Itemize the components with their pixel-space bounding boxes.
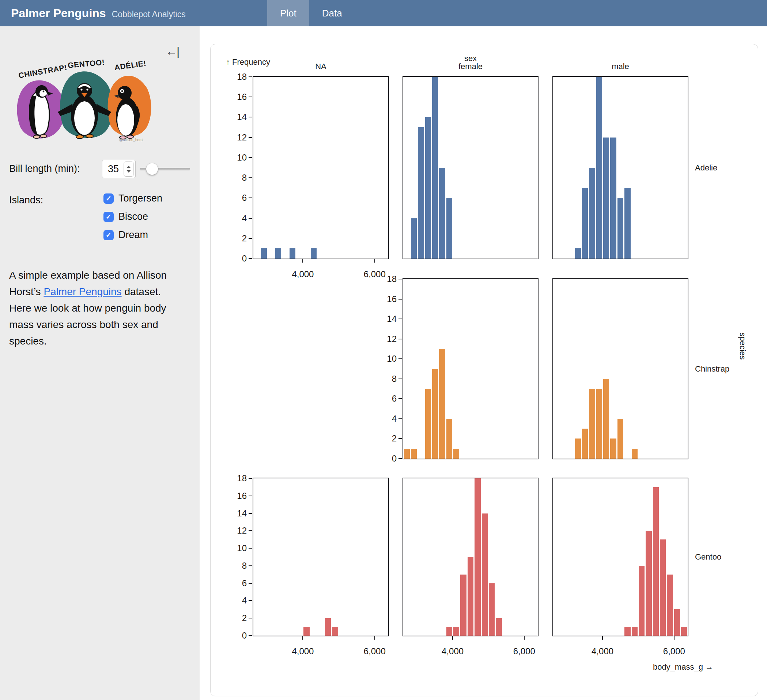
y-tick-label: 8 <box>371 374 397 384</box>
y-tick-label: 8 <box>221 561 247 571</box>
y-tick-label: 12 <box>371 334 397 344</box>
histogram-bar <box>575 438 581 459</box>
app-subtitle: Cobblepot Analytics <box>112 10 186 19</box>
x-tick-label: 4,000 <box>292 269 313 279</box>
histogram-bar <box>439 168 445 259</box>
chinstrap-label: CHINSTRAP! <box>18 63 68 80</box>
adelie-label: ADÉLIE! <box>114 59 146 72</box>
tab-plot[interactable]: Plot <box>267 0 309 26</box>
sidebar: ←| <box>0 26 200 700</box>
bill-length-value[interactable]: 35 <box>108 163 124 175</box>
collapse-sidebar-icon[interactable]: ←| <box>165 45 179 58</box>
y-tick-label: 6 <box>371 394 397 404</box>
y-tick-label: 16 <box>221 92 247 102</box>
histogram-bar <box>582 429 588 459</box>
histogram-bar <box>432 369 438 459</box>
stepper-down-icon[interactable] <box>126 170 131 173</box>
facet-chinstrap-female <box>403 278 538 459</box>
histogram-bar <box>632 627 638 636</box>
gentoo-label: GENTOO! <box>67 58 105 70</box>
facet-adelie-male <box>552 76 688 259</box>
row-label-gentoo: Gentoo <box>695 552 721 562</box>
histogram-bar <box>325 618 331 636</box>
stepper-up-icon[interactable] <box>126 166 131 168</box>
facet-gentoo-male <box>552 478 688 636</box>
y-tick-label: 2 <box>371 434 397 443</box>
plot-canvas: ↑ FrequencysexNAfemalemaleAdelieChinstra… <box>210 44 759 697</box>
histogram-bar <box>589 389 595 459</box>
histogram-bar <box>489 583 495 636</box>
histogram-bar <box>603 137 609 258</box>
checkbox-torgersen[interactable]: ✓ <box>103 193 114 204</box>
histogram-bar <box>425 117 431 258</box>
histogram-bar <box>446 627 452 636</box>
y-tick-label: 0 <box>371 453 397 464</box>
y-tick-label: 10 <box>221 543 247 553</box>
histogram-bar <box>261 248 267 258</box>
palmer-penguins-link[interactable]: Palmer Penguins <box>43 286 121 297</box>
histogram-bar <box>311 248 317 258</box>
histogram-bar <box>425 389 431 459</box>
plot-card: ↑ FrequencysexNAfemalemaleAdelieChinstra… <box>210 44 758 696</box>
y-tick-label: 18 <box>221 72 247 82</box>
bill-length-slider[interactable] <box>140 162 190 176</box>
histogram-bar <box>496 618 501 636</box>
bill-length-input[interactable]: 35 <box>102 160 135 178</box>
histogram-bar <box>667 574 673 636</box>
slider-handle[interactable] <box>146 163 158 175</box>
histogram-bar <box>617 198 623 258</box>
y-tick-label: 8 <box>221 173 247 183</box>
histogram-bar <box>454 627 459 636</box>
y-tick-label: 2 <box>221 613 247 623</box>
histogram-bar <box>610 438 616 459</box>
row-label-chinstrap: Chinstrap <box>695 364 729 374</box>
histogram-bar <box>681 627 687 636</box>
y-tick-label: 18 <box>371 274 397 284</box>
histogram-bar <box>646 531 651 636</box>
x-axis-label: body_mass_g → <box>567 662 713 672</box>
histogram-bar <box>617 419 623 459</box>
histogram-bar <box>275 248 281 258</box>
checkbox-label: Dream <box>118 229 148 241</box>
islands-checkbox-group: ✓ Torgersen ✓ Biscoe ✓ Dream <box>103 193 162 247</box>
app-brand: Palmer Penguins Cobblepot Analytics <box>11 0 186 26</box>
y-tick-label: 18 <box>221 473 247 483</box>
y-tick-label: 16 <box>371 294 397 304</box>
facet-adelie-female <box>403 76 538 259</box>
histogram-bar <box>454 449 459 459</box>
y-tick-label: 12 <box>221 132 247 143</box>
bill-length-stepper[interactable] <box>124 162 134 176</box>
checkbox-biscoe[interactable]: ✓ <box>103 212 114 222</box>
histogram-bar <box>674 609 680 636</box>
checkbox-row-dream[interactable]: ✓ Dream <box>103 229 162 241</box>
y-tick-label: 12 <box>221 526 247 536</box>
histogram-bar <box>596 389 602 459</box>
y-tick-label: 10 <box>371 354 397 364</box>
species-axis-label: species <box>738 332 747 360</box>
histogram-bar <box>624 627 630 636</box>
x-tick-label: 4,000 <box>442 646 463 657</box>
row-label-adelie: Adelie <box>695 163 717 173</box>
facet-gentoo-na <box>253 478 389 636</box>
bill-length-label: Bill length (min): <box>9 163 80 174</box>
checkbox-row-biscoe[interactable]: ✓ Biscoe <box>103 211 162 222</box>
checkbox-dream[interactable]: ✓ <box>103 230 114 240</box>
y-tick-label: 14 <box>221 112 247 122</box>
y-tick-label: 14 <box>221 509 247 518</box>
histogram-bar <box>610 137 616 258</box>
sidebar-description: A simple example based on Allison Horst’… <box>9 267 178 349</box>
tab-data[interactable]: Data <box>309 0 355 26</box>
app-title: Palmer Penguins <box>11 0 106 26</box>
histogram-bar <box>290 248 295 258</box>
histogram-bar <box>596 77 602 258</box>
checkbox-row-torgersen[interactable]: ✓ Torgersen <box>103 193 162 204</box>
y-tick-label: 4 <box>221 595 247 606</box>
nav-tabs: Plot Data <box>267 0 355 26</box>
y-tick-label: 4 <box>371 414 397 424</box>
histogram-bar <box>653 487 659 636</box>
y-tick-label: 6 <box>221 193 247 203</box>
y-tick-label: 0 <box>221 630 247 641</box>
histogram-bar <box>468 557 473 636</box>
histogram-bar <box>575 248 581 258</box>
y-tick-label: 2 <box>221 233 247 244</box>
